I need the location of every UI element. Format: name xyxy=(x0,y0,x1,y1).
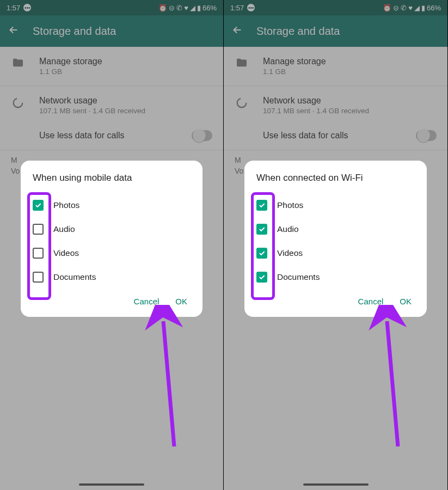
media-dialog: When using mobile data PhotosAudioVideos… xyxy=(21,161,202,317)
option-row[interactable]: Documents xyxy=(33,265,191,289)
phone-screenshot-right: 1:57 ••• ⏰ ⊝ ✆ ♥ ◢ ▮ 66% Storage and dat… xyxy=(224,0,447,490)
option-row[interactable]: Videos xyxy=(256,241,415,265)
dialog-title: When connected on Wi-Fi xyxy=(256,173,415,183)
checkbox-audio[interactable] xyxy=(33,224,44,235)
checkbox-documents[interactable] xyxy=(33,272,44,283)
checkbox-videos[interactable] xyxy=(256,248,267,259)
checkbox-videos[interactable] xyxy=(33,248,44,259)
option-label: Videos xyxy=(53,248,79,258)
option-row[interactable]: Videos xyxy=(33,241,191,265)
option-label: Photos xyxy=(53,200,79,210)
checkbox-photos[interactable] xyxy=(256,200,267,211)
option-row[interactable]: Photos xyxy=(33,193,191,217)
checkbox-documents[interactable] xyxy=(256,272,267,283)
option-label: Audio xyxy=(53,224,75,234)
option-row[interactable]: Audio xyxy=(33,217,191,241)
checkbox-photos[interactable] xyxy=(33,200,44,211)
dialog-title: When using mobile data xyxy=(33,173,191,183)
phone-screenshot-left: 1:57 ••• ⏰ ⊝ ✆ ♥ ◢ ▮ 66% Storage and dat… xyxy=(0,0,224,490)
option-row[interactable]: Documents xyxy=(256,265,415,289)
option-row[interactable]: Audio xyxy=(256,217,415,241)
checkbox-audio[interactable] xyxy=(256,224,267,235)
option-label: Documents xyxy=(53,272,96,282)
option-label: Documents xyxy=(277,272,320,282)
option-label: Videos xyxy=(277,248,303,258)
media-dialog: When connected on Wi-Fi PhotosAudioVideo… xyxy=(244,161,427,317)
option-row[interactable]: Photos xyxy=(256,193,415,217)
ok-button[interactable]: OK xyxy=(400,297,412,306)
option-label: Audio xyxy=(277,224,299,234)
cancel-button[interactable]: Cancel xyxy=(358,297,384,306)
ok-button[interactable]: OK xyxy=(175,297,187,306)
option-label: Photos xyxy=(277,200,303,210)
cancel-button[interactable]: Cancel xyxy=(134,297,159,306)
